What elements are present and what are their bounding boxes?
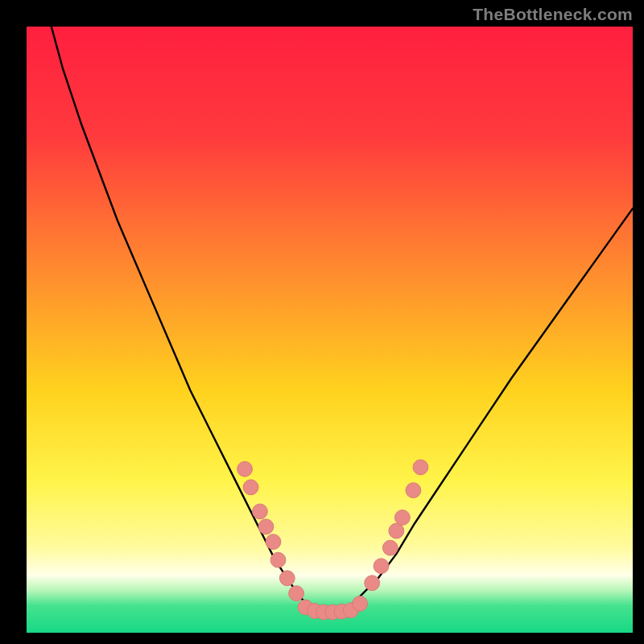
bottleneck-chart — [27, 27, 633, 633]
watermark-text: TheBottleneck.com — [473, 5, 633, 24]
curve-marker — [270, 552, 286, 568]
curve-marker — [237, 461, 253, 477]
curve-marker — [389, 523, 404, 539]
curve-marker — [243, 480, 258, 495]
curve-marker — [289, 586, 304, 601]
curve-marker — [253, 504, 268, 519]
curve-marker — [413, 460, 428, 475]
curve-marker — [374, 559, 389, 574]
curve-marker — [279, 571, 295, 586]
curve-marker — [394, 510, 410, 526]
chart-stage: TheBottleneck.com — [0, 0, 644, 644]
curve-marker — [365, 576, 380, 591]
curve-marker — [353, 596, 368, 611]
curve-marker — [406, 483, 421, 498]
curve-marker — [382, 540, 398, 555]
curve-marker — [258, 519, 274, 535]
gradient-background — [27, 27, 633, 633]
curve-marker — [266, 535, 281, 550]
